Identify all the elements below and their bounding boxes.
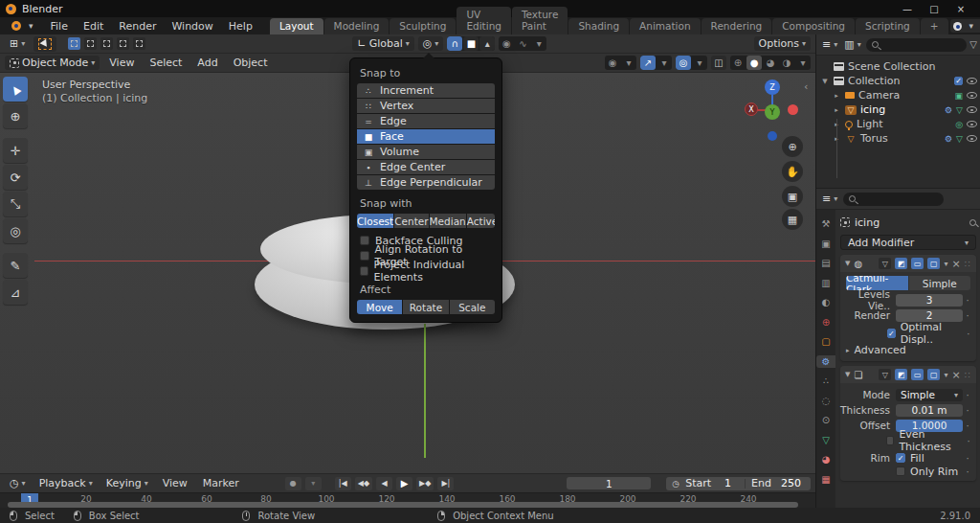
breadcrumb-object-name[interactable]: icing [855, 216, 880, 229]
shading-wireframe-button[interactable]: ⊕ [730, 56, 746, 70]
tool-transform[interactable]: ◎ [3, 218, 28, 243]
prev-keyframe-button[interactable]: ◀◆ [355, 477, 372, 490]
row-camera[interactable]: ▸ Camera ▣ [816, 88, 980, 102]
project-elements-row[interactable]: Project Individual Elements [357, 263, 495, 279]
show-viewport-toggle[interactable]: ▭ [911, 258, 924, 269]
gizmo-z-ball[interactable]: Z [765, 80, 780, 95]
menu-add[interactable]: Add [191, 57, 223, 69]
menu-file[interactable]: File [43, 17, 76, 34]
affect-rotate[interactable]: Rotate [403, 300, 448, 314]
view-menu[interactable]: View [157, 477, 193, 489]
select-mode-subtract[interactable] [100, 37, 113, 50]
object-types-icon[interactable]: ◉ [605, 56, 620, 70]
play-button[interactable]: ▶ [396, 477, 412, 490]
show-render-toggle[interactable]: ▢ [927, 258, 940, 269]
gizmo-y-ball[interactable]: Y [765, 104, 780, 120]
expand-icon[interactable]: ▼ [845, 371, 850, 378]
object-types-dropdown[interactable]: ▾ [621, 56, 636, 70]
render-levels-field[interactable]: 2 [896, 309, 963, 322]
falloff-curve-icon[interactable]: ∿ [515, 36, 530, 51]
row-icing[interactable]: ▸ ▽ icing ⚙ ▽ [816, 102, 980, 117]
eye-icon[interactable] [967, 106, 977, 113]
snap-toggle-button[interactable]: ∩ [447, 36, 462, 51]
expand-icon[interactable]: ▼ [845, 260, 850, 267]
project-elements-checkbox[interactable] [360, 266, 368, 276]
row-collection[interactable]: ▼ Collection ✓ [816, 74, 980, 88]
menu-object[interactable]: Object [228, 57, 274, 69]
tab-modifiers[interactable]: ⚙ [816, 355, 835, 368]
gizmo-dropdown[interactable]: ▾ [657, 56, 672, 70]
row-scene-collection[interactable]: Scene Collection [816, 59, 980, 74]
snap-with-closest[interactable]: Closest [357, 214, 393, 228]
navigation-gizmo[interactable]: Z X Y [737, 78, 809, 221]
end-value[interactable]: 250 [777, 477, 805, 489]
menu-render[interactable]: Render [111, 17, 164, 34]
shading-dropdown[interactable]: ▾ [795, 56, 811, 70]
tab-modeling[interactable]: Modeling [324, 18, 390, 34]
properties-search-input[interactable] [843, 193, 944, 206]
torus-label[interactable]: Torus [860, 132, 941, 145]
remove-modifier-button[interactable]: × [951, 369, 960, 381]
sidebar-collapse-arrow[interactable]: ‹ [804, 80, 808, 93]
close-button[interactable]: × [947, 4, 974, 14]
outliner-filter-icon[interactable]: ▽ [969, 39, 977, 50]
snap-dropdown-button[interactable]: ▴ [479, 36, 495, 51]
xray-toggle[interactable]: ◫ [711, 56, 726, 70]
shading-rendered-button[interactable]: ◑ [779, 56, 794, 70]
on-cage-toggle[interactable]: ◩ [895, 369, 907, 380]
edit-mode-toggle[interactable]: ▽ [879, 258, 891, 269]
select-mode-intersect[interactable] [133, 37, 145, 50]
animate-dot[interactable]: · [963, 405, 972, 416]
tab-output[interactable]: ▤ [819, 257, 833, 269]
tab-physics[interactable]: ◌ [819, 395, 833, 407]
overlays-icon[interactable]: ◎ [676, 56, 691, 70]
animate-dot[interactable]: · [963, 453, 972, 464]
tab-scene[interactable]: ◐ [819, 296, 833, 308]
drag-handle[interactable]: :: [965, 371, 971, 379]
only-rim-checkbox[interactable] [896, 466, 905, 476]
light-label[interactable]: Light [857, 118, 951, 130]
expand-icon[interactable]: ▸ [832, 92, 841, 100]
overlays-dropdown[interactable]: ▾ [692, 56, 707, 70]
editor-type-properties-dropdown[interactable]: ≡▾ [820, 192, 839, 206]
gizmo-x-pos-ball[interactable] [788, 104, 798, 115]
levels-viewport-field[interactable]: 3 [896, 294, 963, 307]
drag-handle[interactable]: :: [965, 260, 971, 268]
animate-dot[interactable]: · [963, 295, 972, 306]
snap-with-center[interactable]: Center [394, 214, 428, 228]
tab-tool[interactable]: ⚒ [819, 217, 833, 230]
menu-select[interactable]: Select [144, 57, 188, 69]
tab-layout[interactable]: Layout [270, 18, 323, 34]
tab-material[interactable]: ◕ [819, 453, 833, 466]
icing-label[interactable]: icing [860, 103, 941, 116]
show-viewport-toggle[interactable]: ▭ [911, 369, 924, 380]
tab-particles[interactable]: ∴ [819, 375, 833, 387]
backface-culling-checkbox[interactable] [360, 236, 369, 245]
mode-dropdown[interactable]: Object Mode▾ [5, 56, 100, 70]
current-frame-field[interactable]: 1 [567, 477, 651, 489]
maximize-button[interactable]: □ [921, 4, 947, 14]
snap-item-face[interactable]: ■Face [357, 129, 495, 144]
tab-scripting[interactable]: Scripting [856, 18, 920, 34]
scene-collection-label[interactable]: Scene Collection [848, 60, 977, 73]
tool-annotate[interactable]: ✎ [3, 253, 28, 278]
add-modifier-dropdown[interactable]: Add Modifier ▾ [840, 235, 976, 250]
tool-rotate[interactable]: ⟳ [3, 165, 28, 190]
tab-view-layer[interactable]: ▥ [819, 277, 833, 289]
animate-dot[interactable]: · [963, 310, 972, 321]
menu-view[interactable]: View [103, 57, 140, 69]
animate-dot[interactable]: · [963, 466, 972, 477]
proportional-edit-button[interactable]: ◉ [499, 36, 514, 51]
tab-constraints[interactable]: ⊙ [819, 414, 833, 426]
select-mode-tweak[interactable] [68, 37, 80, 50]
proportional-dropdown-button[interactable]: ▾ [531, 36, 546, 51]
tool-move[interactable]: ✛ [3, 138, 28, 163]
minimize-button[interactable]: — [894, 4, 921, 14]
editor-type-3d-dropdown[interactable]: ⊞▾ [5, 36, 30, 51]
snap-with-median[interactable]: Median [430, 214, 466, 228]
next-keyframe-button[interactable]: ▶◆ [416, 477, 434, 490]
editor-type-timeline-dropdown[interactable]: ◷▾ [5, 476, 31, 490]
snap-item-edge-center[interactable]: ∙Edge Center [357, 160, 495, 174]
subdivision-panel-header[interactable]: ▼ ◍ ▽ ◩ ▭ ▢ ▾ × :: [840, 255, 976, 272]
outliner-display-mode-dropdown[interactable]: ▥▾ [842, 37, 862, 52]
